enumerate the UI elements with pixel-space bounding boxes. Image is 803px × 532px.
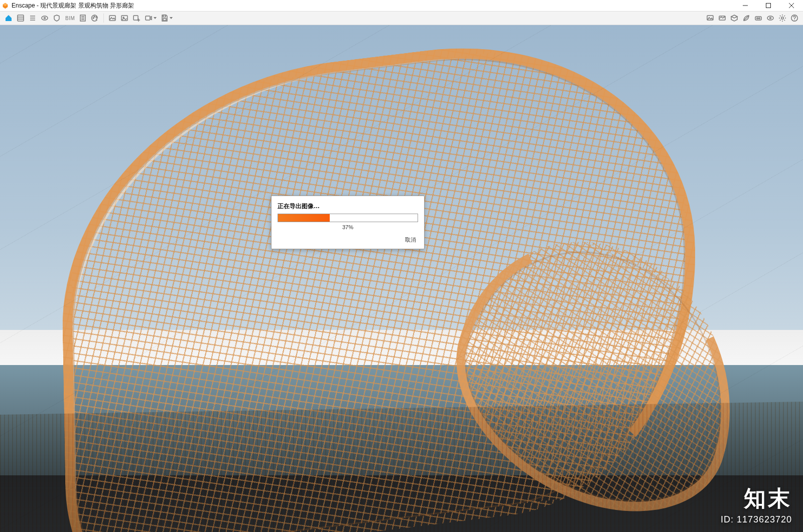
brand-name: 知末 bbox=[721, 484, 792, 513]
list-icon[interactable] bbox=[27, 13, 38, 23]
svg-point-37 bbox=[781, 17, 783, 19]
svg-rect-27 bbox=[146, 16, 150, 20]
cancel-button[interactable]: 取消 bbox=[403, 235, 418, 245]
image-icon[interactable] bbox=[119, 13, 130, 23]
window-title: Enscape - 现代景观廊架 景观构筑物 异形廊架 bbox=[12, 2, 134, 10]
svg-point-20 bbox=[96, 17, 97, 18]
svg-point-19 bbox=[94, 16, 95, 17]
svg-point-39 bbox=[794, 20, 794, 20]
svg-rect-29 bbox=[163, 19, 166, 21]
maximize-button[interactable] bbox=[757, 0, 780, 11]
settings-icon[interactable] bbox=[777, 13, 788, 23]
svg-point-12 bbox=[42, 16, 48, 20]
svg-point-18 bbox=[93, 18, 94, 19]
svg-rect-28 bbox=[163, 15, 166, 17]
svg-rect-6 bbox=[18, 15, 24, 21]
app-name: Enscape bbox=[12, 2, 35, 9]
svg-point-33 bbox=[757, 18, 758, 19]
visual-settings-icon[interactable] bbox=[765, 13, 776, 23]
leaf-icon[interactable] bbox=[741, 13, 752, 23]
toolbar-separator bbox=[103, 14, 104, 23]
main-toolbar: BIM bbox=[0, 11, 803, 25]
toolbar-right bbox=[705, 13, 800, 23]
brand-watermark: 知末 ID: 1173623720 bbox=[721, 484, 792, 525]
palette-icon[interactable] bbox=[89, 13, 100, 23]
minimize-button[interactable] bbox=[734, 0, 757, 11]
safeframe-icon[interactable] bbox=[51, 13, 62, 23]
asset-library-icon[interactable] bbox=[729, 13, 740, 23]
chevron-down-icon bbox=[170, 17, 173, 19]
close-button[interactable] bbox=[780, 0, 803, 11]
bim-icon[interactable]: BIM bbox=[63, 13, 76, 23]
video-icon[interactable] bbox=[143, 13, 158, 23]
svg-point-34 bbox=[759, 18, 760, 19]
titlebar: Enscape - 现代景观廊架 景观构筑物 异形廊架 bbox=[0, 0, 803, 11]
export-progress-fill bbox=[278, 214, 330, 222]
app-icon bbox=[2, 3, 9, 9]
layers-icon[interactable] bbox=[77, 13, 88, 23]
export-progress-dialog: 正在导出图像… 37% 取消 bbox=[271, 196, 425, 249]
add-image-icon[interactable] bbox=[131, 13, 142, 23]
export-progress-label: 正在导出图像… bbox=[278, 202, 418, 211]
svg-rect-3 bbox=[766, 4, 771, 8]
panorama-icon[interactable] bbox=[717, 13, 728, 23]
document-title: 现代景观廊架 景观构筑物 异形廊架 bbox=[40, 2, 134, 9]
home-icon[interactable] bbox=[3, 13, 14, 23]
views-icon[interactable] bbox=[15, 13, 26, 23]
export-progress-percent: 37% bbox=[278, 224, 418, 230]
reveal-icon[interactable] bbox=[39, 13, 50, 23]
presentation-icon[interactable] bbox=[705, 13, 716, 23]
render-viewport bbox=[0, 24, 803, 532]
screenshot-icon[interactable] bbox=[107, 13, 118, 23]
svg-rect-24 bbox=[133, 16, 138, 20]
brand-id: ID: 1173623720 bbox=[721, 514, 792, 525]
vr-icon[interactable] bbox=[753, 13, 764, 23]
export-progress-bar bbox=[278, 214, 418, 222]
svg-point-35 bbox=[767, 16, 773, 20]
help-icon[interactable] bbox=[789, 13, 800, 23]
svg-point-13 bbox=[44, 18, 46, 19]
save-icon[interactable] bbox=[159, 13, 174, 23]
toolbar-left: BIM bbox=[3, 13, 174, 23]
svg-point-36 bbox=[770, 18, 771, 19]
chevron-down-icon bbox=[154, 17, 157, 19]
scene-reflection bbox=[0, 402, 803, 532]
